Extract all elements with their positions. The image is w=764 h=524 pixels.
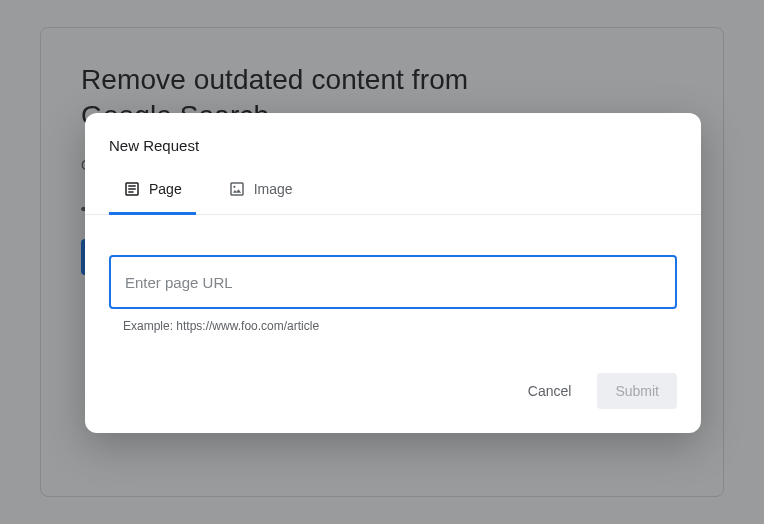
cancel-button[interactable]: Cancel <box>514 375 586 407</box>
page-url-input[interactable] <box>109 255 677 309</box>
dialog-actions: Cancel Submit <box>85 345 701 433</box>
new-request-dialog: New Request Page Image Example: https://… <box>85 113 701 433</box>
dialog-title: New Request <box>85 113 701 154</box>
dialog-body: Example: https://www.foo.com/article <box>85 215 701 345</box>
example-text: Example: https://www.foo.com/article <box>109 319 677 333</box>
page-icon <box>123 180 141 198</box>
tab-image[interactable]: Image <box>214 168 307 215</box>
tab-page[interactable]: Page <box>109 168 196 215</box>
tab-page-label: Page <box>149 181 182 197</box>
image-icon <box>228 180 246 198</box>
dialog-tabs: Page Image <box>85 168 701 215</box>
submit-button[interactable]: Submit <box>597 373 677 409</box>
tab-image-label: Image <box>254 181 293 197</box>
